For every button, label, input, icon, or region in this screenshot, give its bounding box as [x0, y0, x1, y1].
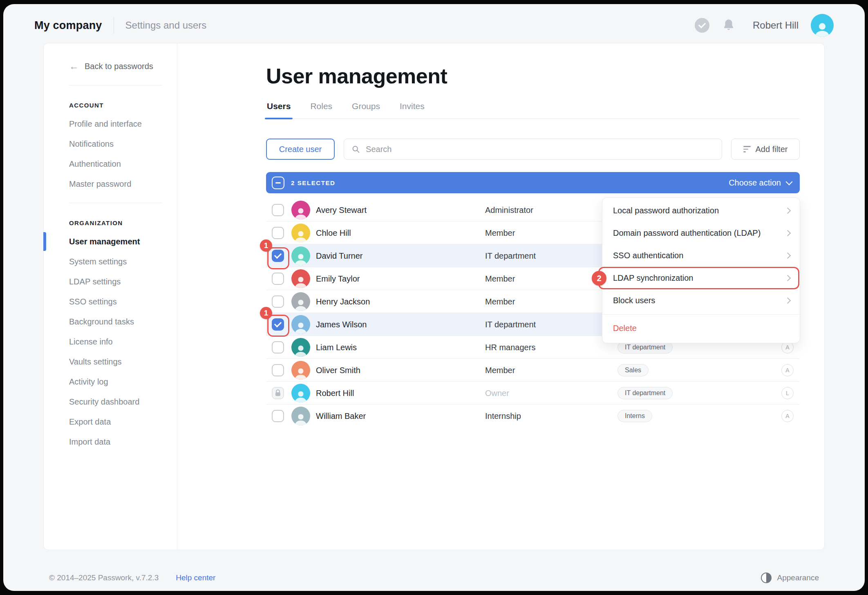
search-input[interactable]: [365, 144, 714, 154]
tab-roles[interactable]: Roles: [309, 101, 333, 119]
chevron-right-icon: [785, 253, 791, 259]
sidebar-item-notifications[interactable]: Notifications: [69, 139, 177, 149]
sidebar-divider: [69, 85, 162, 85]
row-checkbox[interactable]: [272, 410, 284, 422]
table-row[interactable]: William Baker Internship Interns A: [266, 405, 800, 427]
sidebar-item-import-data[interactable]: Import data: [69, 437, 177, 447]
sidebar-section-organization: ORGANIZATION: [69, 219, 177, 226]
add-filter-button[interactable]: Add filter: [731, 139, 800, 160]
user-role: Owner: [485, 388, 509, 398]
user-name[interactable]: Robert Hill: [316, 388, 354, 398]
sidebar-item-system-settings[interactable]: System settings: [69, 257, 177, 266]
sidebar-item-background-tasks[interactable]: Background tasks: [69, 317, 177, 327]
user-name[interactable]: Oliver Smith: [316, 365, 360, 375]
user-name[interactable]: Emily Taylor: [316, 274, 360, 283]
group-tag: IT department: [617, 387, 673, 399]
appearance-label: Appearance: [777, 573, 819, 582]
tab-users[interactable]: Users: [266, 101, 291, 119]
annotation-ring-david-checkbox: [267, 247, 289, 269]
row-checkbox[interactable]: [272, 227, 284, 239]
choose-action-button[interactable]: Choose action: [729, 178, 792, 188]
row-checkbox[interactable]: [272, 295, 284, 308]
sidebar-item-user-management[interactable]: User management: [69, 237, 177, 246]
user-role: IT department: [485, 251, 536, 260]
user-name[interactable]: David Turner: [316, 251, 363, 260]
avatar: [291, 361, 310, 380]
table-row[interactable]: Oliver Smith Member Sales A: [266, 359, 800, 382]
avatar: [291, 384, 310, 403]
search-box[interactable]: [344, 139, 722, 160]
top-bar: My company Settings and users Robert Hil…: [3, 4, 865, 47]
avatar: [291, 292, 310, 311]
active-indicator: [43, 232, 46, 251]
avatar: [291, 246, 310, 265]
page-title: User management: [266, 64, 800, 88]
chevron-right-icon: [785, 230, 791, 237]
sidebar-item-activity-log[interactable]: Activity log: [69, 377, 177, 387]
selected-count: 2 SELECTED: [291, 179, 336, 186]
chevron-down-icon: [786, 178, 793, 185]
user-role: Member: [485, 297, 515, 306]
create-user-button[interactable]: Create user: [266, 139, 335, 160]
sidebar-item-ldap-settings[interactable]: LDAP settings: [69, 277, 177, 286]
group-tag: Sales: [617, 364, 649, 376]
selection-bar: 2 SELECTED Choose action: [266, 172, 800, 193]
tab-groups[interactable]: Groups: [351, 101, 381, 119]
add-filter-label: Add filter: [756, 145, 788, 154]
menu-item-sso-authentication[interactable]: SSO authentication: [602, 244, 800, 267]
menu-item-delete[interactable]: Delete: [602, 317, 800, 340]
user-name[interactable]: William Baker: [316, 411, 366, 421]
topbar-section-label: Settings and users: [125, 20, 207, 31]
user-name[interactable]: Liam Lewis: [316, 342, 357, 352]
sidebar-item-security-dashboard[interactable]: Security dashboard: [69, 397, 177, 407]
chevron-right-icon: [785, 298, 791, 304]
tab-invites[interactable]: Invites: [399, 101, 425, 119]
user-name[interactable]: Avery Stewart: [316, 205, 367, 215]
menu-item-block-users[interactable]: Block users: [602, 289, 800, 312]
row-checkbox[interactable]: [272, 364, 284, 376]
notifications-bell-icon[interactable]: [722, 18, 736, 32]
avatar: [291, 407, 310, 425]
annotation-ring-james-checkbox: [267, 315, 289, 337]
row-checkbox[interactable]: [272, 204, 284, 216]
sidebar-item-sso-settings[interactable]: SSO settings: [69, 297, 177, 306]
sidebar-item-profile-and-interface[interactable]: Profile and interface: [69, 119, 177, 129]
current-user-avatar[interactable]: [811, 14, 834, 37]
sidebar-item-master-password[interactable]: Master password: [69, 179, 177, 189]
back-arrow-icon: ←: [69, 61, 79, 71]
menu-item-local-password-authorization[interactable]: Local password authorization: [602, 199, 800, 222]
annotation-step-2-badge: 2: [592, 271, 606, 286]
annotation-box-ldap-synchronization: [598, 267, 799, 289]
company-name: My company: [34, 19, 102, 32]
user-role: IT department: [485, 320, 536, 329]
settings-sidebar: ← Back to passwords ACCOUNT Profile and …: [44, 43, 177, 550]
sidebar-item-authentication[interactable]: Authentication: [69, 159, 177, 169]
sidebar-divider: [69, 203, 162, 203]
chevron-right-icon: [785, 208, 791, 214]
lock-icon: [275, 392, 280, 396]
copyright-text: © 2014–2025 Passwork, v.7.2.3: [49, 573, 159, 582]
locked-row-icon: [272, 387, 284, 399]
sidebar-item-vaults-settings[interactable]: Vaults settings: [69, 357, 177, 367]
search-icon: [351, 145, 360, 154]
avatar: [291, 315, 310, 334]
sidebar-item-license-info[interactable]: License info: [69, 337, 177, 347]
row-checkbox[interactable]: [272, 273, 284, 285]
back-link-label: Back to passwords: [85, 62, 153, 71]
user-name[interactable]: Henry Jackson: [316, 297, 370, 306]
sidebar-item-export-data[interactable]: Export data: [69, 417, 177, 427]
user-name[interactable]: James Wilson: [316, 320, 367, 329]
appearance-toggle[interactable]: Appearance: [761, 573, 819, 583]
menu-item-domain-password-authentication-ldap[interactable]: Domain password authentication (LDAP): [602, 222, 800, 244]
toolbar: Create user Add filter: [266, 139, 800, 160]
row-checkbox[interactable]: [272, 341, 284, 353]
back-to-passwords-link[interactable]: ← Back to passwords: [69, 61, 177, 71]
user-name[interactable]: Chloe Hill: [316, 228, 351, 237]
tasks-check-icon[interactable]: [695, 18, 709, 33]
user-role: Member: [485, 274, 515, 283]
current-user-name[interactable]: Robert Hill: [753, 20, 799, 31]
table-row-owner[interactable]: Robert Hill Owner IT department L: [266, 382, 800, 405]
auth-type-badge: A: [781, 364, 794, 376]
select-all-checkbox[interactable]: [272, 177, 284, 189]
help-center-link[interactable]: Help center: [176, 573, 215, 582]
